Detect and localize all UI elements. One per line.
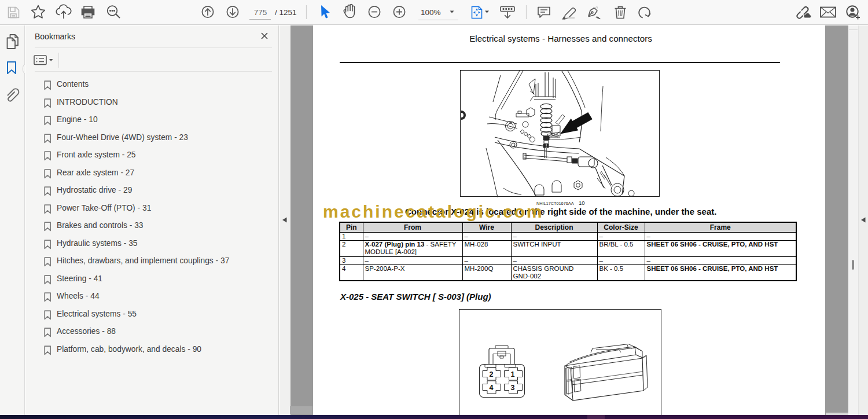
- svg-text:775: 775: [254, 8, 267, 17]
- svg-text:100%: 100%: [421, 8, 441, 17]
- svg-text:3: 3: [511, 384, 515, 392]
- svg-text:2: 2: [490, 370, 494, 378]
- svg-text:1: 1: [511, 370, 515, 378]
- svg-text:4: 4: [490, 384, 494, 392]
- svg-text:/ 1251: / 1251: [275, 8, 297, 17]
